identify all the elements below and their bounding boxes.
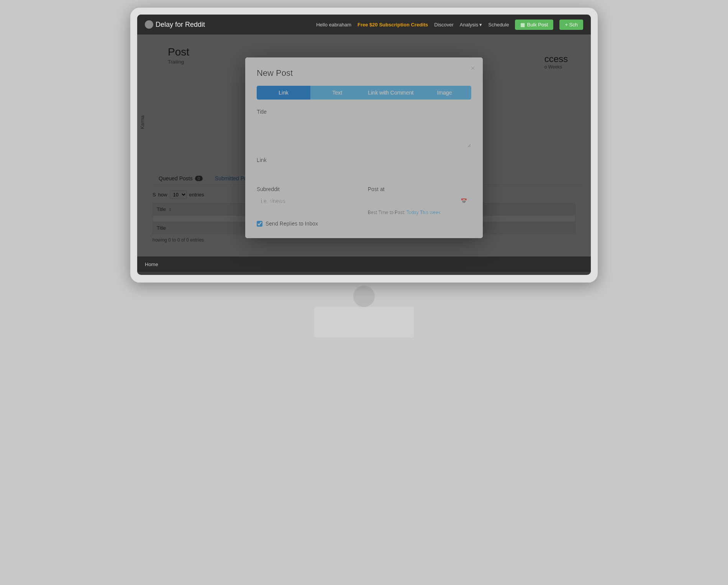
best-time-row: Best Time to Post: Today This week [368,210,471,215]
monitor-screen: Delay for Reddit Hello eabraham Free $20… [137,15,591,275]
navbar: Delay for Reddit Hello eabraham Free $20… [137,15,591,34]
send-replies-label: Send Replies to Inbox [266,221,318,227]
taskbar-home[interactable]: Home [145,261,158,267]
best-time-week[interactable]: This week [420,210,441,215]
chevron-down-icon: ▾ [479,22,482,28]
bulk-post-button[interactable]: ▦ Bulk Post [515,20,553,30]
modal-overlay: New Post × Link Text Link with Comment I… [137,34,591,257]
postat-label: Post at [368,186,471,192]
send-replies-checkbox[interactable] [257,221,262,227]
title-label: Title [257,109,471,115]
subreddit-col: Subreddit [257,186,360,215]
navbar-promo: Free $20 Subscription Credits [357,22,428,28]
postat-input-group: 📅 [368,194,471,208]
tab-link[interactable]: Link [257,86,310,100]
brand: Delay for Reddit [145,20,205,29]
monitor-bottom-bar [137,275,591,283]
link-input[interactable] [257,165,471,178]
best-time-prefix: Best Time to Post: [368,210,405,215]
calendar-button[interactable]: 📅 [457,194,471,208]
title-group: Title [257,109,471,149]
monitor-circle [353,286,375,307]
monitor-base [291,338,437,348]
post-type-tabs: Link Text Link with Comment Image [257,86,471,100]
navbar-hello: Hello eabraham [316,22,351,28]
bulk-post-icon: ▦ [520,22,525,28]
link-group: Link [257,157,471,178]
title-input[interactable] [257,117,471,148]
monitor-frame: Delay for Reddit Hello eabraham Free $20… [130,8,598,283]
tab-image[interactable]: Image [418,86,471,100]
postat-input[interactable] [368,194,457,208]
best-time-today[interactable]: Today [407,210,419,215]
subreddit-label: Subreddit [257,186,360,192]
modal-title: New Post [257,68,471,78]
page-content: Karma Post Trailing ccess o Weeks Q [137,34,591,257]
monitor-neck [314,307,414,338]
link-label: Link [257,157,471,163]
brand-icon [145,20,153,29]
subreddit-postat-row: Subreddit Post at 📅 Best Time to Post: [257,186,471,215]
postat-col: Post at 📅 Best Time to Post: Today This … [368,186,471,215]
navbar-analysis[interactable]: Analysis ▾ [460,22,482,28]
schedule-button[interactable]: + Sch [559,20,583,30]
brand-name: Delay for Reddit [156,21,205,29]
tab-link-with-comment[interactable]: Link with Comment [364,86,418,100]
taskbar: Home [137,257,591,272]
navbar-scheduled[interactable]: Schedule [488,22,509,28]
tab-text[interactable]: Text [310,86,364,100]
navbar-discover[interactable]: Discover [434,22,454,28]
new-post-modal: New Post × Link Text Link with Comment I… [245,57,483,238]
send-replies-row: Send Replies to Inbox [257,221,471,227]
modal-close-button[interactable]: × [471,64,475,72]
subreddit-input[interactable] [257,194,360,208]
monitor-stand [130,283,598,348]
